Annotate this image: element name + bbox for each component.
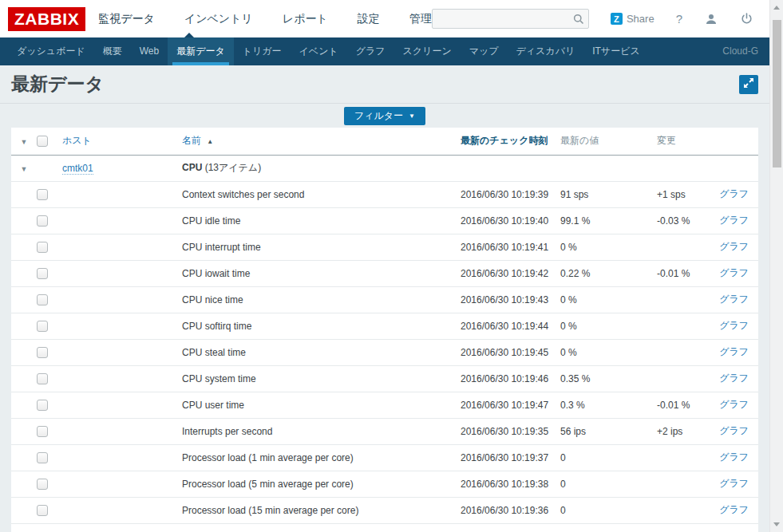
row-checkbox[interactable] — [37, 268, 48, 279]
last-check-time: 2016/06/30 10:19:44 — [457, 313, 559, 339]
search-input[interactable] — [432, 9, 589, 29]
last-check-time: 2016/06/30 10:19:45 — [457, 339, 559, 365]
main-menu-item[interactable]: インベントリ — [184, 12, 253, 26]
row-toggle-spacer — [11, 365, 37, 392]
subnav-item[interactable]: イベント — [291, 37, 347, 65]
main-menu-item[interactable]: 監視データ — [98, 12, 155, 26]
column-header-last-value: 最新の値 — [560, 135, 599, 146]
select-all-checkbox[interactable] — [37, 136, 48, 147]
row-checkbox[interactable] — [37, 373, 48, 384]
last-check-time: 2016/06/30 10:19:35 — [457, 418, 559, 444]
last-value: 0 % — [559, 234, 654, 260]
graph-link[interactable]: グラフ — [719, 425, 749, 436]
help-icon[interactable]: ? — [676, 12, 682, 26]
subnav-item[interactable]: スクリーン — [394, 37, 461, 65]
subnav-item[interactable]: ITサービス — [583, 37, 649, 65]
column-header-last-check[interactable]: 最新のチェック時刻 — [461, 135, 548, 146]
row-host-cell — [61, 497, 180, 523]
title-row: 最新データ — [0, 65, 769, 104]
vertical-scrollbar[interactable] — [769, 0, 783, 532]
row-checkbox[interactable] — [37, 426, 48, 437]
change-value — [654, 444, 718, 471]
graph-link[interactable]: グラフ — [719, 478, 749, 489]
row-host-cell — [61, 471, 180, 497]
row-toggle-spacer — [11, 313, 37, 339]
search-icon — [572, 13, 584, 28]
graph-link[interactable]: グラフ — [719, 320, 749, 331]
item-name: Processor load (1 min average per core) — [180, 444, 457, 471]
item-name: CPU idle time — [180, 207, 457, 234]
last-value: 56 ips — [559, 418, 654, 444]
item-name: CPU interrupt time — [180, 234, 457, 260]
graph-link[interactable]: グラフ — [719, 294, 749, 305]
graph-link[interactable]: グラフ — [719, 188, 749, 199]
scroll-down-arrow-icon[interactable] — [773, 522, 780, 526]
fullscreen-button[interactable] — [739, 75, 758, 94]
main-menu-item[interactable]: 管理 — [409, 12, 432, 26]
subnav-item[interactable]: 概要 — [94, 37, 131, 65]
row-checkbox[interactable] — [37, 189, 48, 200]
graph-link[interactable]: グラフ — [719, 215, 749, 226]
group-collapse-toggle[interactable]: ▼ — [21, 165, 28, 173]
table-header-row: ▼ ホスト 名前 ▲ 最新のチェック時刻 最新の値 変更 — [11, 128, 758, 155]
row-checkbox[interactable] — [37, 452, 48, 463]
scrollbar-thumb[interactable] — [773, 20, 781, 167]
column-header-name[interactable]: 名前 — [182, 135, 201, 146]
subnav-items: ダッシュボード概要Web最新データトリガーイベントグラフスクリーンマップディスカ… — [8, 37, 649, 65]
graph-link[interactable]: グラフ — [719, 451, 749, 463]
graph-link[interactable]: グラフ — [719, 241, 749, 252]
row-checkbox[interactable] — [37, 242, 48, 253]
column-header-host[interactable]: ホスト — [62, 135, 92, 146]
row-checkbox[interactable] — [37, 347, 48, 358]
share-button[interactable]: Z Share — [611, 13, 654, 25]
graph-link[interactable]: グラフ — [719, 504, 749, 515]
row-checkbox[interactable] — [37, 505, 48, 516]
subnav-item[interactable]: トリガー — [234, 37, 291, 65]
subnav-item[interactable]: 最新データ — [168, 37, 234, 65]
table-body: ▼ cmtk01 CPU (13アイテム) Context switches p… — [11, 155, 758, 523]
user-profile-icon[interactable] — [704, 12, 718, 26]
zabbix-logo[interactable]: ZABBIX — [8, 7, 85, 31]
table-row: CPU interrupt time2016/06/30 10:19:410 %… — [11, 234, 758, 260]
filter-label: フィルター — [354, 109, 403, 123]
row-checkbox[interactable] — [37, 294, 48, 305]
subnav-item[interactable]: マップ — [461, 37, 508, 65]
row-checkbox[interactable] — [37, 321, 48, 332]
item-name: CPU system time — [180, 365, 457, 392]
page-content: ZABBIX 監視データインベントリレポート設定管理 Z Share ? — [0, 0, 769, 532]
table-row: CPU steal time2016/06/30 10:19:450 %グラフ — [11, 339, 758, 365]
graph-link[interactable]: グラフ — [719, 399, 749, 410]
last-check-time: 2016/06/30 10:19:43 — [457, 286, 559, 313]
top-bar: ZABBIX 監視データインベントリレポート設定管理 Z Share ? — [0, 0, 769, 37]
collapse-all-toggle[interactable]: ▼ — [21, 138, 28, 146]
table-row: CPU softirq time2016/06/30 10:19:440 %グラ… — [11, 313, 758, 339]
logout-power-icon[interactable] — [740, 12, 753, 26]
graph-link[interactable]: グラフ — [719, 372, 749, 384]
last-value: 0.3 % — [559, 392, 654, 418]
expand-arrows-icon — [743, 77, 754, 91]
graph-link[interactable]: グラフ — [719, 346, 749, 357]
host-link[interactable]: cmtk01 — [62, 163, 93, 175]
last-value: 99.1 % — [559, 207, 654, 234]
row-checkbox[interactable] — [37, 400, 48, 411]
main-menu-item[interactable]: 設定 — [358, 12, 380, 26]
last-check-time: 2016/06/30 10:19:40 — [457, 207, 559, 234]
row-checkbox[interactable] — [37, 479, 48, 490]
scroll-up-arrow-icon[interactable] — [773, 6, 780, 10]
item-name: Interrupts per second — [180, 418, 457, 444]
zabbix-share-icon: Z — [611, 13, 623, 25]
change-value — [654, 471, 718, 497]
main-menu-item[interactable]: レポート — [283, 12, 328, 26]
subnav-item[interactable]: グラフ — [347, 37, 394, 65]
row-checkbox[interactable] — [37, 215, 48, 227]
last-value: 0 — [559, 444, 654, 471]
item-name: Processor load (5 min average per core) — [180, 471, 457, 497]
graph-link[interactable]: グラフ — [719, 267, 749, 278]
subnav-item[interactable]: ディスカバリ — [508, 37, 584, 65]
table-row: CPU iowait time2016/06/30 10:19:420.22 %… — [11, 260, 758, 286]
subnav-item[interactable]: ダッシュボード — [8, 37, 94, 65]
filter-toggle-button[interactable]: フィルター ▼ — [344, 107, 425, 125]
row-toggle-spacer — [11, 286, 37, 313]
subnav-item[interactable]: Web — [131, 37, 168, 65]
last-value: 0.35 % — [559, 365, 654, 392]
